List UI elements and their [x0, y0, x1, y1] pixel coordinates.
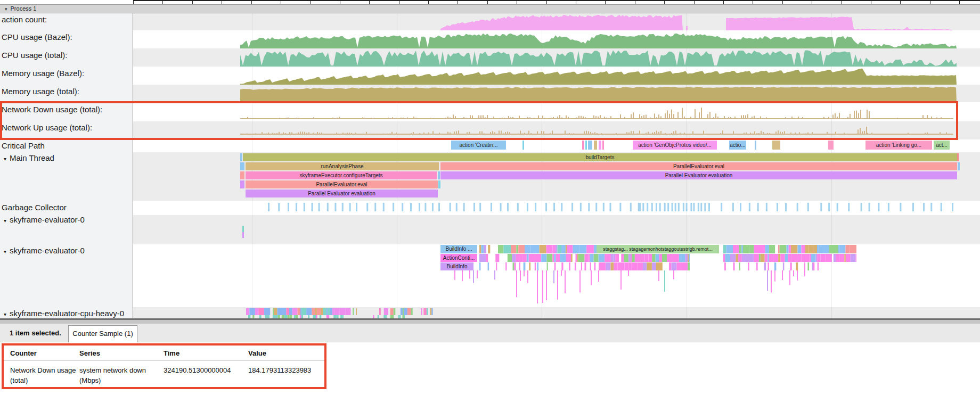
chart-net-up[interactable]	[240, 127, 953, 135]
panel-splitter[interactable]	[0, 318, 980, 324]
timeline-slice[interactable]	[958, 162, 960, 170]
skyframe-cpu-heavy-slices[interactable]	[246, 308, 433, 318]
chart-action-count[interactable]	[440, 15, 952, 30]
sidebar-track-skyframe-evaluator-0: ▾skyframe-evaluator-0	[0, 215, 132, 225]
sidebar-track-cpu-usage-bazel: CPU usage (Bazel):	[0, 32, 132, 43]
track-label: Network Down usage (total):	[2, 105, 102, 114]
timeline-slice[interactable]: runAnalysisPhase	[246, 162, 439, 170]
details-tab-bar: 1 item selected. Counter Sample (1)	[0, 324, 980, 342]
counter-sample-table: Counter Series Time Value Network Down u…	[4, 345, 324, 385]
track-label: Network Up usage (total):	[2, 123, 92, 132]
track-label: CPU usage (total):	[2, 51, 67, 60]
track-label: skyframe-evaluator-0	[10, 215, 85, 224]
timeline-slice[interactable]: ParallelEvaluator.eval	[246, 180, 438, 188]
sidebar-track-network-down-usage-total: Network Down usage (total):	[0, 104, 132, 115]
timeline-slice[interactable]	[438, 180, 440, 188]
timeline-slice[interactable]	[522, 141, 524, 150]
cell-counter: Network Down usage (total)	[4, 361, 79, 386]
sidebar-track-memory-usage-bazel: Memory usage (Bazel):	[0, 68, 132, 79]
sidebar-track-garbage-collector: Garbage Collector	[0, 202, 132, 213]
timeline-slice[interactable]	[240, 162, 244, 170]
col-value: Value	[248, 345, 324, 361]
skyframe-evaluator-0-slices[interactable]	[242, 226, 244, 238]
collapse-icon[interactable]: ▾	[2, 311, 10, 317]
timeline-slice[interactable]: skyframeExecutor.configureTargets	[246, 171, 437, 179]
tab-counter-sample[interactable]: Counter Sample (1)	[68, 325, 137, 342]
timeline-slice[interactable]: ParallelEvaluator.eval	[440, 162, 957, 170]
timeline-slice[interactable]: BuildInfo	[440, 262, 473, 270]
cell-value: 184.1793113323983	[248, 361, 324, 386]
sidebar-track-main-thread: ▾Main Thread	[0, 153, 132, 163]
timeline-slice[interactable]	[772, 141, 780, 150]
col-counter: Counter	[4, 345, 79, 361]
skyframe-evaluator-0-b-slices[interactable]	[454, 245, 856, 303]
chart-net-down[interactable]	[240, 108, 953, 119]
timeline-slice[interactable]	[957, 153, 959, 161]
chart-cpu-bazel[interactable]	[240, 34, 957, 48]
track-label: skyframe-evaluator-cpu-heavy-0	[10, 309, 124, 318]
cell-series: system network down (Mbps)	[79, 361, 164, 386]
track-label: Memory usage (total):	[2, 87, 79, 96]
chart-cpu-total[interactable]	[240, 51, 957, 67]
timeline-slice[interactable]: buildTargets	[243, 153, 957, 161]
timeline-slice[interactable]	[240, 180, 244, 188]
trace-viewer: ▾Process 1 action 'Creatin...action 'Gen…	[0, 0, 980, 395]
gc-ticks[interactable]	[268, 203, 953, 211]
timeline-slice[interactable]: actio...	[729, 141, 746, 150]
sidebar-track-action-count: action count:	[0, 14, 132, 25]
track-label: Memory usage (Bazel):	[2, 69, 84, 78]
sidebar-track-critical-path: Critical Path	[0, 141, 132, 151]
sidebar-track-skyframe-evaluator-cpu-heavy-0: ▾skyframe-evaluator-cpu-heavy-0	[0, 308, 132, 319]
timeline-slice[interactable]	[582, 141, 584, 150]
timeline-slice[interactable]: action 'GenObjcProtos video/...	[633, 141, 717, 150]
timeline-slice[interactable]: Parallel Evaluator evaluation	[440, 171, 957, 179]
track-label: Garbage Collector	[2, 203, 67, 212]
timeline-slice[interactable]	[240, 171, 244, 179]
cell-time: 324190.51300000004	[164, 361, 248, 386]
col-series: Series	[79, 345, 164, 361]
sidebar-track-cpu-usage-total: CPU usage (total):	[0, 50, 132, 61]
track-label: Critical Path	[2, 141, 45, 150]
track-label: CPU usage (Bazel):	[2, 32, 72, 42]
timeline-slice[interactable]	[240, 153, 242, 161]
col-time: Time	[164, 345, 248, 361]
timeline-slice[interactable]	[438, 171, 440, 179]
table-row[interactable]: Network Down usage (total) system networ…	[4, 361, 324, 386]
green-slice-group[interactable]: staggstag... stagagemonhotstaggoutestrig…	[597, 245, 719, 253]
timeline-slice[interactable]: BuildInfo ...	[440, 245, 477, 253]
timeline-slice[interactable]	[585, 141, 587, 150]
sidebar-track-memory-usage-total: Memory usage (total):	[0, 86, 132, 97]
table-header-row: Counter Series Time Value	[4, 345, 324, 361]
sidebar-track-network-up-usage-total: Network Up usage (total):	[0, 122, 132, 133]
timeline-slice[interactable]: Parallel Evaluator evaluation	[246, 190, 438, 198]
timeline-slice[interactable]: action 'Linking go...	[865, 141, 932, 150]
track-label: action count:	[2, 15, 47, 24]
track-label: skyframe-evaluator-0	[10, 246, 85, 255]
timeline-slice[interactable]: action 'Creatin...	[451, 141, 506, 150]
collapse-icon[interactable]: ▾	[2, 218, 10, 224]
highlight-box-counter-table: Counter Series Time Value Network Down u…	[2, 343, 326, 389]
timeline-slice[interactable]: ActionConti...	[440, 254, 477, 262]
collapse-icon[interactable]: ▾	[2, 249, 10, 254]
timeline-slice[interactable]	[588, 141, 592, 150]
track-label: Main Thread	[10, 153, 54, 162]
timeline-slice[interactable]	[599, 141, 601, 150]
details-panel: 1 item selected. Counter Sample (1) Coun…	[0, 324, 980, 395]
timeline-slice[interactable]: act...	[934, 141, 950, 150]
sidebar-track-skyframe-evaluator-0-b: ▾skyframe-evaluator-0	[0, 245, 132, 256]
chart-mem-total[interactable]	[240, 87, 957, 102]
track-labels-sidebar: action count:CPU usage (Bazel):CPU usage…	[0, 13, 133, 318]
timeline-slice[interactable]	[602, 141, 604, 150]
timeline-slice[interactable]	[755, 141, 756, 150]
timeline-slice[interactable]	[828, 141, 834, 150]
chart-mem-bazel[interactable]	[240, 69, 957, 85]
timeline-slice[interactable]	[594, 141, 597, 150]
selection-status: 1 item selected.	[10, 324, 61, 342]
collapse-icon[interactable]: ▾	[2, 156, 10, 162]
